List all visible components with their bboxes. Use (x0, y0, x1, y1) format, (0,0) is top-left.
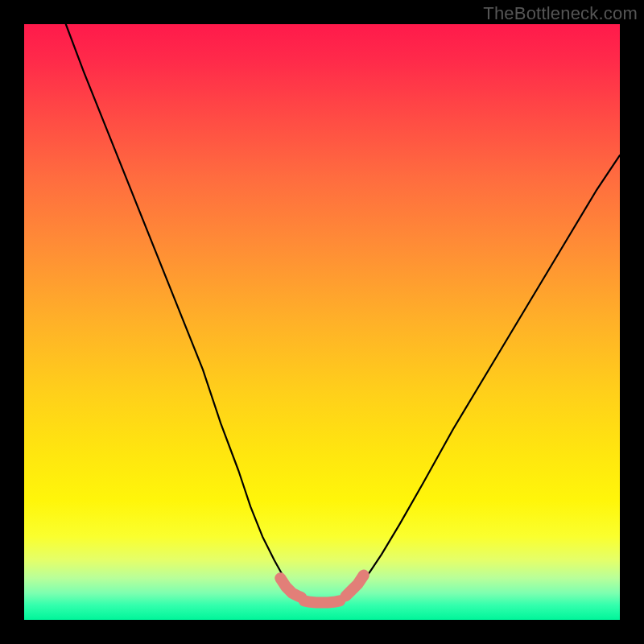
bottom-marker-right-path (346, 576, 364, 597)
series-group (66, 24, 620, 603)
right-curve-path (357, 155, 620, 588)
chart-svg (24, 24, 620, 620)
bottom-marker-mid-path (304, 601, 340, 602)
chart-frame: TheBottleneck.com (0, 0, 644, 644)
plot-area (24, 24, 620, 620)
bottom-marker-left-path (280, 578, 301, 597)
watermark-text: TheBottleneck.com (483, 3, 638, 24)
left-curve-path (66, 24, 290, 587)
